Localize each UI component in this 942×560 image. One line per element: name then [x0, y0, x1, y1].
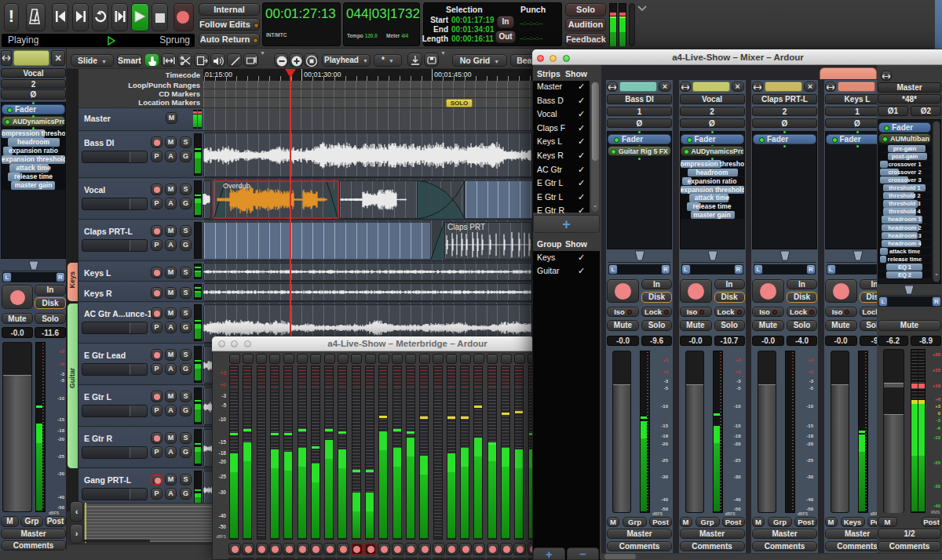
svg-text:Keys: Keys — [68, 271, 76, 289]
svg-text:Guitar: Guitar — [68, 367, 76, 388]
